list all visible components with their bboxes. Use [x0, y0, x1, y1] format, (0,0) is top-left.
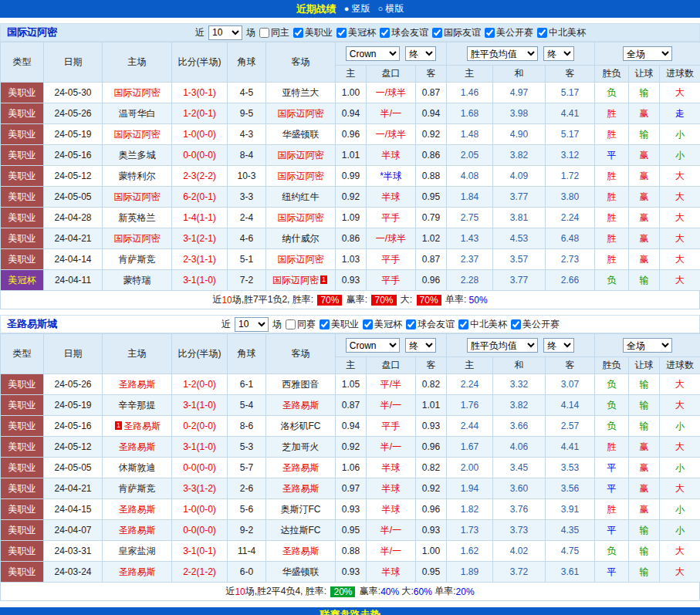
away-team-cell: 洛杉矶FC: [266, 416, 336, 437]
europe-avg-select[interactable]: 胜平负均值: [467, 46, 538, 61]
filter-checkbox-中北美杯[interactable]: 中北美杯: [458, 318, 507, 331]
layout-radio-horizontal[interactable]: ○ 横版: [378, 2, 404, 15]
score-cell: 0-0(0-0): [172, 458, 228, 478]
radio-unselected-icon: ○: [378, 5, 384, 13]
filter-checkbox-球会友谊[interactable]: 球会友谊: [406, 318, 455, 331]
checkbox-input[interactable]: [406, 319, 416, 329]
checkbox-input[interactable]: [320, 319, 330, 329]
home-team-link[interactable]: 国际迈阿密: [114, 129, 161, 140]
odds-source-select[interactable]: Crown: [346, 338, 400, 353]
checkbox-input[interactable]: [432, 28, 442, 38]
away-team-link[interactable]: 圣路易斯: [282, 462, 320, 473]
asian-final-select[interactable]: 终: [405, 338, 436, 353]
home-team-link[interactable]: 蒙特利尔: [119, 171, 156, 181]
away-team-link[interactable]: 华盛顿联: [282, 566, 320, 577]
checkbox-input[interactable]: [537, 28, 547, 38]
checkbox-input[interactable]: [511, 319, 521, 329]
league-type-cell: 美职业: [1, 103, 44, 124]
team-section-1: 国际迈阿密 近 10 场 同主美职业美冠杯球会友谊国际友谊美公开赛中北美杯 类型: [0, 23, 700, 309]
home-team-link[interactable]: 肯萨斯竞: [119, 254, 156, 265]
away-team-link[interactable]: 圣路易斯: [282, 400, 320, 411]
away-team-cell: 奥斯汀FC: [266, 499, 336, 520]
filter-checkbox-国际友谊[interactable]: 国际友谊: [432, 26, 481, 39]
match-count-select[interactable]: 10: [235, 317, 269, 332]
checkbox-input[interactable]: [458, 319, 468, 329]
away-team-link[interactable]: 国际迈阿密: [278, 254, 324, 265]
filter-checkbox-美职业[interactable]: 美职业: [293, 26, 333, 39]
filter-checkbox-球会友谊[interactable]: 球会友谊: [380, 26, 428, 39]
home-team-link[interactable]: 辛辛那提: [119, 400, 156, 411]
full-match-select[interactable]: 全场: [623, 338, 672, 353]
score-cell: 3-3(1-2): [172, 478, 228, 499]
layout-radio-vertical[interactable]: ● 竖版: [344, 2, 370, 15]
filter-checkbox-美冠杯[interactable]: 美冠杯: [336, 26, 376, 39]
home-team-link[interactable]: 国际迈阿密: [114, 87, 161, 98]
europe-avg-select[interactable]: 胜平负均值: [467, 338, 538, 353]
away-team-link[interactable]: 国际迈阿密: [278, 212, 324, 223]
away-team-link[interactable]: 达拉斯FC: [281, 525, 321, 536]
euro-home-odds-cell: 1.73: [447, 520, 493, 541]
corner-cell: 8-4: [228, 145, 266, 166]
away-team-cell: 国际迈阿密1: [266, 270, 336, 291]
away-team-link[interactable]: 华盛顿联: [282, 129, 320, 140]
filter-checkbox-美冠杯[interactable]: 美冠杯: [363, 318, 402, 331]
away-team-cell: 国际迈阿密: [266, 249, 336, 270]
away-team-link[interactable]: 圣路易斯: [282, 483, 320, 494]
away-team-link[interactable]: 国际迈阿密: [278, 171, 324, 181]
filter-checkbox-美公开赛[interactable]: 美公开赛: [511, 318, 560, 331]
checkbox-input[interactable]: [259, 28, 269, 38]
result-group: 全场: [595, 334, 700, 357]
away-team-link[interactable]: 西雅图音: [282, 379, 320, 390]
home-team-link[interactable]: 圣路易斯: [119, 504, 156, 515]
home-team-link[interactable]: 国际迈阿密: [114, 191, 161, 202]
handicap-result-cell: 赢: [629, 478, 660, 499]
away-team-link[interactable]: 亚特兰大: [282, 87, 320, 98]
away-team-link[interactable]: 国际迈阿密: [278, 150, 324, 161]
away-team-link[interactable]: 国际迈阿密: [278, 108, 324, 119]
filter-checkbox-中北美杯[interactable]: 中北美杯: [537, 26, 586, 39]
away-team-link[interactable]: 圣路易斯: [282, 546, 320, 556]
filter-bar: 近 10 场 同赛美职业美冠杯球会友谊中北美杯美公开赛: [221, 317, 560, 332]
asian-home-odds-cell: 0.93: [336, 562, 367, 583]
checkbox-input[interactable]: [485, 28, 495, 38]
home-team-link[interactable]: 肯萨斯竞: [119, 483, 156, 494]
filter-checkbox-同赛[interactable]: 同赛: [286, 318, 316, 331]
home-team-link[interactable]: 皇家盐湖: [119, 546, 156, 556]
away-team-link[interactable]: 奥斯汀FC: [281, 504, 321, 515]
filter-checkbox-同主[interactable]: 同主: [259, 26, 289, 39]
home-team-link[interactable]: 蒙特瑞: [123, 275, 151, 286]
games-label: 场: [246, 26, 255, 39]
home-team-link[interactable]: 国际迈阿密: [114, 233, 161, 244]
score-cell: 0-0(0-0): [172, 520, 228, 541]
checkbox-input[interactable]: [363, 319, 373, 329]
checkbox-input[interactable]: [336, 28, 347, 38]
home-team-link[interactable]: 圣路易斯: [119, 566, 156, 577]
home-team-link[interactable]: 圣路易斯: [119, 525, 156, 536]
home-team-link[interactable]: 圣路易斯: [119, 379, 156, 390]
home-team-link[interactable]: 奥兰多城: [119, 150, 156, 161]
away-team-link[interactable]: 芝加哥火: [282, 441, 320, 452]
match-count-select[interactable]: 10: [208, 25, 242, 40]
checkbox-input[interactable]: [286, 319, 296, 329]
filter-checkbox-美公开赛[interactable]: 美公开赛: [485, 26, 533, 39]
home-team-link[interactable]: 圣路易斯: [123, 421, 161, 431]
away-team-link[interactable]: 国际迈阿密: [272, 275, 319, 286]
europe-final-select[interactable]: 终: [543, 46, 574, 61]
win-draw-lose-cell: 平: [595, 458, 629, 478]
asian-final-select[interactable]: 终: [405, 46, 436, 61]
checkbox-input[interactable]: [380, 28, 390, 38]
handicap-result-cell: 输: [629, 520, 660, 541]
home-team-link[interactable]: 圣路易斯: [119, 441, 156, 452]
checkbox-input[interactable]: [293, 28, 303, 38]
odds-source-select[interactable]: Crown: [346, 46, 400, 61]
home-team-link[interactable]: 新英格兰: [119, 212, 156, 223]
filter-checkbox-美职业[interactable]: 美职业: [320, 318, 359, 331]
away-team-link[interactable]: 纽约红牛: [282, 191, 320, 202]
home-team-link[interactable]: 休斯敦迪: [119, 462, 156, 473]
europe-final-select[interactable]: 终: [543, 338, 574, 353]
away-team-link[interactable]: 洛杉矶FC: [281, 421, 321, 431]
away-team-link[interactable]: 纳什威尔: [282, 233, 320, 244]
home-team-link[interactable]: 温哥华白: [119, 108, 156, 119]
match-date-cell: 24-04-14: [44, 249, 103, 270]
full-match-select[interactable]: 全场: [623, 46, 672, 61]
